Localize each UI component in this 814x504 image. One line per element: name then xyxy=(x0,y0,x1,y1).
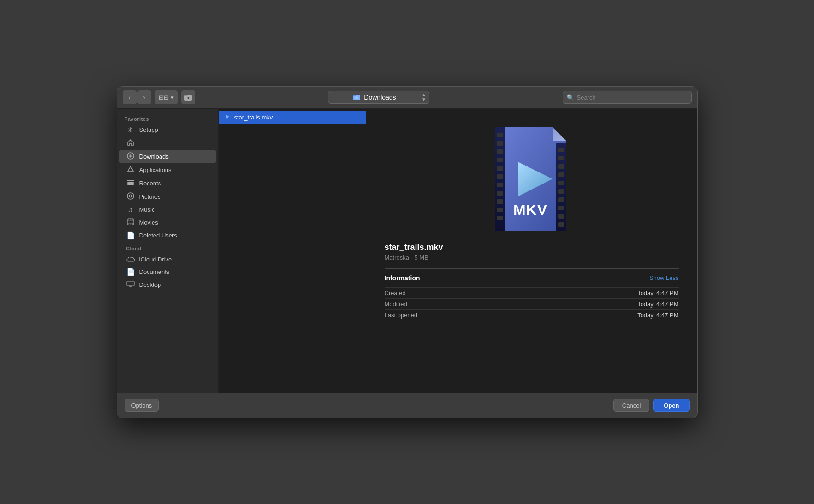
cancel-button[interactable]: Cancel xyxy=(613,399,649,412)
open-button[interactable]: Open xyxy=(653,399,689,412)
info-divider xyxy=(385,268,679,269)
file-info: star_trails.mkv Matroska - 5 MB Informat… xyxy=(375,243,688,320)
icloud-label: iCloud xyxy=(117,242,218,253)
svg-point-12 xyxy=(129,195,132,197)
svg-point-11 xyxy=(127,193,134,199)
sidebar-item-downloads-label: Downloads xyxy=(139,153,169,160)
location-dropdown[interactable]: Downloads ▲ ▼ xyxy=(328,91,429,104)
sidebar-item-desktop[interactable]: Desktop xyxy=(119,279,216,291)
toolbar: ‹ › ⊞⊟ ▾ xyxy=(117,87,697,109)
svg-rect-10 xyxy=(127,184,134,185)
last-opened-value: Today, 4:47 PM xyxy=(637,312,678,319)
movies-icon xyxy=(126,218,135,227)
location-label: Downloads xyxy=(364,94,396,101)
sidebar-item-deleted-users-label: Deleted Users xyxy=(139,232,177,239)
svg-text:MKV: MKV xyxy=(513,202,547,218)
sidebar-item-applications[interactable]: Applications xyxy=(119,163,216,177)
nav-buttons: ‹ › xyxy=(123,90,151,104)
open-dialog: ‹ › ⊞⊟ ▾ xyxy=(117,86,698,418)
sidebar-item-desktop-label: Desktop xyxy=(139,281,161,288)
recents-icon xyxy=(126,179,135,188)
view-icon: ⊞⊟ xyxy=(159,94,169,101)
back-button[interactable]: ‹ xyxy=(123,90,137,104)
bottom-bar: Options Cancel Open xyxy=(117,393,697,418)
svg-rect-27 xyxy=(497,133,503,137)
desktop-icon xyxy=(126,281,135,289)
sidebar-item-downloads[interactable]: Downloads xyxy=(119,150,216,163)
svg-rect-45 xyxy=(558,197,564,202)
svg-rect-39 xyxy=(558,148,564,152)
preview-file-meta: Matroska - 5 MB xyxy=(385,254,679,261)
svg-rect-40 xyxy=(558,156,564,160)
sidebar-item-pictures[interactable]: Pictures xyxy=(119,190,216,203)
svg-rect-43 xyxy=(558,181,564,185)
info-row-last-opened: Last opened Today, 4:47 PM xyxy=(385,309,679,320)
sidebar-item-setapp[interactable]: ✳ Setapp xyxy=(119,124,216,136)
action-buttons: Cancel Open xyxy=(613,399,690,412)
search-input[interactable] xyxy=(577,94,688,101)
new-folder-button[interactable] xyxy=(181,90,195,104)
sidebar-item-icloud-drive-label: iCloud Drive xyxy=(139,256,172,263)
setapp-icon: ✳ xyxy=(126,126,135,134)
home-icon xyxy=(126,139,135,148)
sidebar-item-movies[interactable]: Movies xyxy=(119,216,216,229)
svg-rect-41 xyxy=(558,164,564,169)
applications-icon xyxy=(126,166,135,174)
created-label: Created xyxy=(385,290,406,296)
created-value: Today, 4:47 PM xyxy=(637,290,678,296)
file-item-star-trails[interactable]: star_trails.mkv xyxy=(219,111,366,124)
forward-button[interactable]: › xyxy=(137,90,151,104)
preview-file-name: star_trails.mkv xyxy=(385,243,679,252)
svg-rect-29 xyxy=(497,149,503,154)
view-button[interactable]: ⊞⊟ ▾ xyxy=(155,90,178,104)
location-folder-icon xyxy=(353,94,360,101)
search-bar: 🔍 xyxy=(563,91,692,104)
options-button[interactable]: Options xyxy=(125,399,159,412)
svg-rect-34 xyxy=(497,191,503,196)
location-bar: Downloads ▲ ▼ xyxy=(199,91,559,104)
svg-rect-31 xyxy=(497,166,503,171)
svg-rect-36 xyxy=(497,208,503,212)
file-preview-icon: MKV xyxy=(486,123,578,233)
svg-rect-1 xyxy=(184,95,187,96)
svg-rect-48 xyxy=(558,222,564,227)
sidebar-item-documents[interactable]: 📄 Documents xyxy=(119,266,216,279)
sidebar-item-deleted-users[interactable]: 📄 Deleted Users xyxy=(119,229,216,242)
documents-icon: 📄 xyxy=(126,268,135,276)
svg-rect-14 xyxy=(127,220,134,221)
svg-rect-21 xyxy=(132,223,133,225)
sidebar-item-applications-label: Applications xyxy=(139,166,172,173)
sidebar-item-recents[interactable]: Recents xyxy=(119,177,216,190)
modified-value: Today, 4:47 PM xyxy=(637,301,678,308)
folder-icon xyxy=(184,93,192,101)
svg-rect-15 xyxy=(127,223,134,224)
svg-rect-19 xyxy=(128,223,129,225)
last-opened-label: Last opened xyxy=(385,312,418,319)
modified-label: Modified xyxy=(385,301,407,308)
sidebar-item-pictures-label: Pictures xyxy=(139,193,161,200)
svg-rect-18 xyxy=(132,219,133,220)
svg-rect-33 xyxy=(497,183,503,187)
file-list: star_trails.mkv xyxy=(219,109,366,393)
downloads-icon xyxy=(126,152,135,161)
svg-rect-8 xyxy=(127,180,134,181)
pictures-icon xyxy=(126,192,135,201)
svg-rect-22 xyxy=(127,281,134,286)
sidebar-item-documents-label: Documents xyxy=(139,268,170,275)
svg-rect-42 xyxy=(558,172,564,177)
show-less-button[interactable]: Show Less xyxy=(649,274,679,281)
svg-rect-5 xyxy=(353,95,356,96)
svg-rect-9 xyxy=(127,182,134,184)
svg-rect-20 xyxy=(130,223,131,225)
svg-rect-35 xyxy=(497,199,503,204)
svg-rect-16 xyxy=(128,219,129,220)
svg-rect-37 xyxy=(497,216,503,220)
deleted-users-icon: 📄 xyxy=(126,231,135,240)
sidebar-item-icloud-drive[interactable]: iCloud Drive xyxy=(119,253,216,266)
svg-marker-25 xyxy=(226,114,229,119)
sidebar-item-home[interactable] xyxy=(119,136,216,150)
info-row-modified: Modified Today, 4:47 PM xyxy=(385,298,679,309)
sidebar-item-music[interactable]: ♫ Music xyxy=(119,203,216,216)
main-content: Favorites ✳ Setapp xyxy=(117,109,697,393)
svg-rect-44 xyxy=(558,189,564,194)
